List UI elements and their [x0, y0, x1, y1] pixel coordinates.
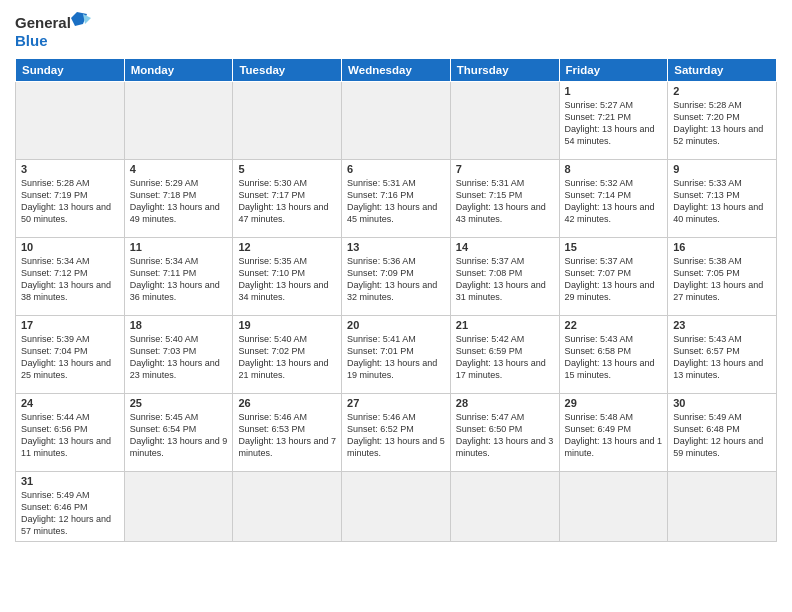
day-number: 23 [673, 319, 771, 331]
calendar-cell: 25Sunrise: 5:45 AM Sunset: 6:54 PM Dayli… [124, 394, 233, 472]
day-info: Sunrise: 5:48 AM Sunset: 6:49 PM Dayligh… [565, 411, 663, 460]
calendar-cell: 20Sunrise: 5:41 AM Sunset: 7:01 PM Dayli… [342, 316, 451, 394]
day-info: Sunrise: 5:42 AM Sunset: 6:59 PM Dayligh… [456, 333, 554, 382]
day-number: 18 [130, 319, 228, 331]
day-info: Sunrise: 5:29 AM Sunset: 7:18 PM Dayligh… [130, 177, 228, 226]
calendar-week-2: 3Sunrise: 5:28 AM Sunset: 7:19 PM Daylig… [16, 160, 777, 238]
calendar-cell [668, 472, 777, 542]
calendar-cell: 7Sunrise: 5:31 AM Sunset: 7:15 PM Daylig… [450, 160, 559, 238]
day-info: Sunrise: 5:37 AM Sunset: 7:07 PM Dayligh… [565, 255, 663, 304]
day-number: 2 [673, 85, 771, 97]
calendar-cell: 30Sunrise: 5:49 AM Sunset: 6:48 PM Dayli… [668, 394, 777, 472]
day-number: 28 [456, 397, 554, 409]
calendar-week-1: 1Sunrise: 5:27 AM Sunset: 7:21 PM Daylig… [16, 82, 777, 160]
day-number: 15 [565, 241, 663, 253]
svg-marker-3 [83, 14, 91, 24]
logo-svg: General Blue [15, 10, 95, 50]
calendar-week-4: 17Sunrise: 5:39 AM Sunset: 7:04 PM Dayli… [16, 316, 777, 394]
day-info: Sunrise: 5:30 AM Sunset: 7:17 PM Dayligh… [238, 177, 336, 226]
calendar-cell: 29Sunrise: 5:48 AM Sunset: 6:49 PM Dayli… [559, 394, 668, 472]
day-info: Sunrise: 5:31 AM Sunset: 7:16 PM Dayligh… [347, 177, 445, 226]
svg-text:Blue: Blue [15, 32, 48, 49]
day-info: Sunrise: 5:40 AM Sunset: 7:03 PM Dayligh… [130, 333, 228, 382]
day-number: 31 [21, 475, 119, 487]
day-number: 17 [21, 319, 119, 331]
day-number: 12 [238, 241, 336, 253]
calendar-cell [450, 82, 559, 160]
day-number: 25 [130, 397, 228, 409]
day-info: Sunrise: 5:40 AM Sunset: 7:02 PM Dayligh… [238, 333, 336, 382]
calendar-cell: 12Sunrise: 5:35 AM Sunset: 7:10 PM Dayli… [233, 238, 342, 316]
day-number: 3 [21, 163, 119, 175]
weekday-header-thursday: Thursday [450, 59, 559, 82]
day-number: 9 [673, 163, 771, 175]
calendar-week-3: 10Sunrise: 5:34 AM Sunset: 7:12 PM Dayli… [16, 238, 777, 316]
calendar-cell: 16Sunrise: 5:38 AM Sunset: 7:05 PM Dayli… [668, 238, 777, 316]
day-number: 22 [565, 319, 663, 331]
logo: General Blue [15, 10, 95, 50]
calendar-cell: 10Sunrise: 5:34 AM Sunset: 7:12 PM Dayli… [16, 238, 125, 316]
calendar-cell [233, 472, 342, 542]
day-info: Sunrise: 5:34 AM Sunset: 7:12 PM Dayligh… [21, 255, 119, 304]
header: General Blue [15, 10, 777, 50]
calendar-cell [124, 82, 233, 160]
day-number: 4 [130, 163, 228, 175]
calendar-cell: 8Sunrise: 5:32 AM Sunset: 7:14 PM Daylig… [559, 160, 668, 238]
calendar-cell: 2Sunrise: 5:28 AM Sunset: 7:20 PM Daylig… [668, 82, 777, 160]
calendar-cell [16, 82, 125, 160]
day-number: 5 [238, 163, 336, 175]
day-info: Sunrise: 5:45 AM Sunset: 6:54 PM Dayligh… [130, 411, 228, 460]
page: General Blue SundayMondayTuesdayWednesda… [0, 0, 792, 612]
calendar-cell: 26Sunrise: 5:46 AM Sunset: 6:53 PM Dayli… [233, 394, 342, 472]
day-info: Sunrise: 5:43 AM Sunset: 6:58 PM Dayligh… [565, 333, 663, 382]
calendar-cell: 18Sunrise: 5:40 AM Sunset: 7:03 PM Dayli… [124, 316, 233, 394]
weekday-header-tuesday: Tuesday [233, 59, 342, 82]
weekday-header-monday: Monday [124, 59, 233, 82]
day-info: Sunrise: 5:33 AM Sunset: 7:13 PM Dayligh… [673, 177, 771, 226]
calendar-cell: 3Sunrise: 5:28 AM Sunset: 7:19 PM Daylig… [16, 160, 125, 238]
day-number: 8 [565, 163, 663, 175]
day-info: Sunrise: 5:41 AM Sunset: 7:01 PM Dayligh… [347, 333, 445, 382]
day-info: Sunrise: 5:27 AM Sunset: 7:21 PM Dayligh… [565, 99, 663, 148]
day-info: Sunrise: 5:46 AM Sunset: 6:53 PM Dayligh… [238, 411, 336, 460]
calendar-week-6: 31Sunrise: 5:49 AM Sunset: 6:46 PM Dayli… [16, 472, 777, 542]
day-info: Sunrise: 5:38 AM Sunset: 7:05 PM Dayligh… [673, 255, 771, 304]
day-number: 6 [347, 163, 445, 175]
calendar-cell: 21Sunrise: 5:42 AM Sunset: 6:59 PM Dayli… [450, 316, 559, 394]
day-number: 16 [673, 241, 771, 253]
day-info: Sunrise: 5:32 AM Sunset: 7:14 PM Dayligh… [565, 177, 663, 226]
weekday-header-friday: Friday [559, 59, 668, 82]
day-number: 20 [347, 319, 445, 331]
calendar-cell: 13Sunrise: 5:36 AM Sunset: 7:09 PM Dayli… [342, 238, 451, 316]
day-number: 1 [565, 85, 663, 97]
day-info: Sunrise: 5:36 AM Sunset: 7:09 PM Dayligh… [347, 255, 445, 304]
calendar-cell [124, 472, 233, 542]
calendar-cell [342, 82, 451, 160]
calendar-cell: 24Sunrise: 5:44 AM Sunset: 6:56 PM Dayli… [16, 394, 125, 472]
day-number: 19 [238, 319, 336, 331]
calendar-cell: 11Sunrise: 5:34 AM Sunset: 7:11 PM Dayli… [124, 238, 233, 316]
calendar-cell: 28Sunrise: 5:47 AM Sunset: 6:50 PM Dayli… [450, 394, 559, 472]
day-number: 29 [565, 397, 663, 409]
calendar-cell: 15Sunrise: 5:37 AM Sunset: 7:07 PM Dayli… [559, 238, 668, 316]
day-info: Sunrise: 5:46 AM Sunset: 6:52 PM Dayligh… [347, 411, 445, 460]
calendar-cell [342, 472, 451, 542]
day-info: Sunrise: 5:44 AM Sunset: 6:56 PM Dayligh… [21, 411, 119, 460]
day-info: Sunrise: 5:47 AM Sunset: 6:50 PM Dayligh… [456, 411, 554, 460]
calendar-cell: 9Sunrise: 5:33 AM Sunset: 7:13 PM Daylig… [668, 160, 777, 238]
weekday-header-saturday: Saturday [668, 59, 777, 82]
day-info: Sunrise: 5:43 AM Sunset: 6:57 PM Dayligh… [673, 333, 771, 382]
day-number: 26 [238, 397, 336, 409]
day-info: Sunrise: 5:28 AM Sunset: 7:20 PM Dayligh… [673, 99, 771, 148]
calendar-cell: 19Sunrise: 5:40 AM Sunset: 7:02 PM Dayli… [233, 316, 342, 394]
day-info: Sunrise: 5:35 AM Sunset: 7:10 PM Dayligh… [238, 255, 336, 304]
day-number: 21 [456, 319, 554, 331]
calendar-cell: 1Sunrise: 5:27 AM Sunset: 7:21 PM Daylig… [559, 82, 668, 160]
day-info: Sunrise: 5:37 AM Sunset: 7:08 PM Dayligh… [456, 255, 554, 304]
calendar-cell: 22Sunrise: 5:43 AM Sunset: 6:58 PM Dayli… [559, 316, 668, 394]
calendar-cell [559, 472, 668, 542]
calendar-cell [450, 472, 559, 542]
day-number: 24 [21, 397, 119, 409]
weekday-header-wednesday: Wednesday [342, 59, 451, 82]
calendar-week-5: 24Sunrise: 5:44 AM Sunset: 6:56 PM Dayli… [16, 394, 777, 472]
